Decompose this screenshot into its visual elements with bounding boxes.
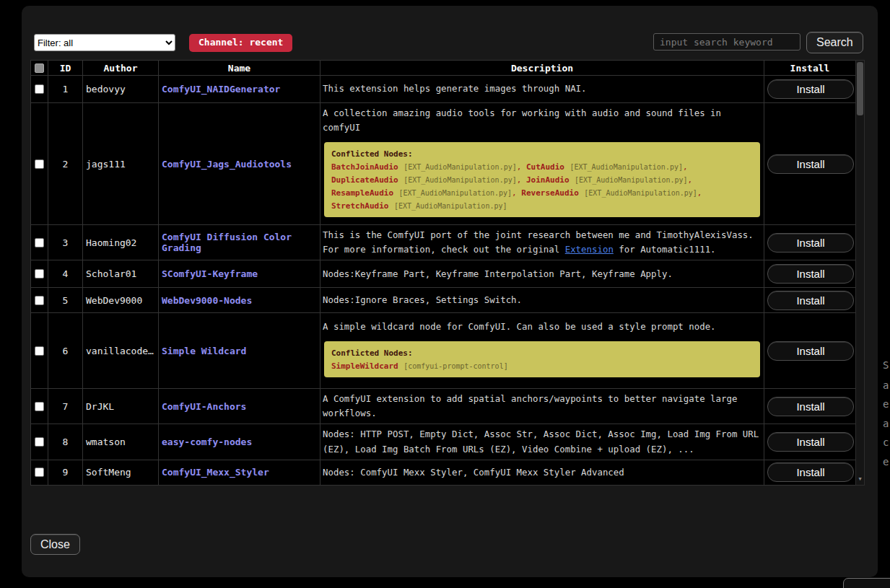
row-install-cell: Install (764, 389, 856, 424)
row-select-cell (31, 103, 48, 225)
conflict-node-source: [EXT_AudioManipulation.py] (570, 163, 683, 171)
node-name-link[interactable]: Simple Wildcard (162, 346, 246, 356)
node-name-link[interactable]: ComfyUI-Anchors (162, 401, 246, 412)
install-button[interactable]: Install (767, 79, 854, 99)
install-button[interactable]: Install (767, 154, 854, 174)
table-row: 4 Scholar01 SComfyUI-Keyframe Nodes:Keyf… (31, 260, 856, 288)
row-description: This extension helps generate images thr… (320, 76, 764, 103)
row-author: zcfrank1st (83, 485, 159, 486)
install-button[interactable]: Install (767, 432, 854, 452)
row-id: 4 (48, 260, 83, 288)
row-author: jags111 (83, 103, 159, 225)
description-text: A collection amazing audio tools for wor… (323, 106, 762, 135)
row-select-cell (31, 288, 48, 313)
table-scrollbar[interactable]: ▼ (855, 60, 865, 486)
conflict-node-source: [comfyui-prompt-control] (403, 362, 508, 370)
row-select-cell (31, 460, 48, 485)
page: S a e a c e Filter: all Channel: recent … (0, 0, 890, 588)
row-install-cell: Install (764, 485, 856, 486)
row-author: DrJKL (83, 389, 159, 424)
node-name-link[interactable]: ComfyUI_Jags_Audiotools (162, 159, 292, 170)
search-button[interactable]: Search (806, 32, 863, 53)
table-row: 2 jags111 ComfyUI_Jags_Audiotools A coll… (31, 103, 856, 225)
node-name-link[interactable]: SComfyUI-Keyframe (162, 268, 258, 279)
row-select-cell (31, 389, 48, 424)
install-button[interactable]: Install (767, 397, 854, 416)
row-select-cell (31, 313, 48, 389)
extension-link[interactable]: Extension (565, 244, 614, 255)
close-button[interactable]: Close (30, 534, 80, 555)
header-install: Install (764, 61, 856, 76)
row-select-checkbox[interactable] (35, 159, 44, 169)
row-id: 2 (48, 103, 83, 225)
conflict-item: StretchAudio [EXT_AudioManipulation.py] (331, 200, 507, 211)
row-id: 5 (48, 288, 83, 313)
scrollbar-thumb[interactable] (857, 62, 863, 115)
conflict-title: Conflicted Nodes: (331, 149, 413, 159)
install-button[interactable]: Install (767, 264, 854, 284)
node-name-link[interactable]: WebDev9000-Nodes (162, 295, 252, 306)
description-text: for Automatic1111. (614, 244, 716, 255)
row-description: A ComfyUI extension to add spatial ancho… (320, 389, 764, 424)
install-button[interactable]: Install (767, 233, 854, 253)
row-author: Haoming02 (83, 225, 159, 260)
select-all-checkbox[interactable] (35, 63, 44, 73)
conflict-node-name: SimpleWildcard (331, 361, 398, 371)
conflict-node-name: CutAudio (526, 162, 564, 172)
row-select-checkbox[interactable] (35, 84, 44, 94)
header-id: ID (48, 61, 83, 76)
row-select-checkbox[interactable] (35, 437, 44, 447)
filter-select[interactable]: Filter: all (34, 34, 175, 51)
row-install-cell: Install (764, 313, 856, 389)
table-row: 9 SoftMeng ComfyUI_Mexx_Styler Nodes: Co… (31, 460, 856, 485)
background-text-fragment: S (883, 359, 889, 371)
background-text-fragment: a (883, 379, 889, 391)
node-name-link[interactable]: easy-comfy-nodes (162, 436, 252, 447)
row-select-cell (31, 485, 48, 486)
table-row: 5 WebDev9000 WebDev9000-Nodes Nodes:Igno… (31, 288, 856, 313)
row-author: wmatson (83, 424, 159, 460)
row-install-cell: Install (764, 260, 856, 288)
row-select-cell (31, 260, 48, 288)
nodes-table-container: ID Author Name Description Install 1 bed… (30, 60, 865, 486)
install-button[interactable]: Install (767, 341, 854, 361)
nodes-table-scroll-area: ID Author Name Description Install 1 bed… (30, 60, 855, 486)
conflict-node-source: [EXT_AudioManipulation.py] (394, 202, 507, 210)
row-description: Nodes: ComfyUI Mexx Styler, ComfyUI Mexx… (320, 460, 764, 485)
row-install-cell: Install (764, 424, 856, 460)
header-description: Description (320, 61, 764, 76)
conflict-node-name: StretchAudio (331, 201, 388, 211)
install-button[interactable]: Install (767, 462, 854, 482)
row-install-cell: Install (764, 225, 856, 260)
row-description: Nodes:Ignore Braces, Settings Switch. (320, 288, 764, 313)
row-select-checkbox[interactable] (35, 346, 44, 356)
conflict-node-name: ResampleAudio (331, 188, 393, 198)
row-select-cell (31, 76, 48, 103)
conflict-item: DuplicateAudio [EXT_AudioManipulation.py… (331, 174, 526, 185)
row-install-cell: Install (764, 76, 856, 103)
table-row: 6 vanillacode314 Simple Wildcard A simpl… (31, 313, 856, 389)
row-id: 10 (48, 485, 83, 486)
node-name-link[interactable]: ComfyUI_NAIDGenerator (162, 84, 280, 95)
row-install-cell: Install (764, 288, 856, 313)
table-header-row: ID Author Name Description Install (31, 61, 856, 76)
row-select-checkbox[interactable] (35, 402, 44, 411)
row-select-checkbox[interactable] (35, 238, 44, 247)
install-button[interactable]: Install (767, 291, 854, 310)
node-name-link[interactable]: ComfyUI Diffusion Color Grading (162, 232, 292, 253)
channel-badge[interactable]: Channel: recent (189, 34, 292, 52)
description-text: A simple wildcard node for ComfyUI. Can … (323, 320, 762, 334)
row-id: 7 (48, 389, 83, 424)
scrollbar-down-arrow-icon[interactable]: ▼ (856, 475, 864, 484)
background-text-fragment: e (883, 398, 889, 410)
partial-background-button[interactable] (843, 578, 890, 588)
node-name-link[interactable]: ComfyUI_Mexx_Styler (162, 467, 269, 478)
row-select-checkbox[interactable] (35, 468, 44, 477)
row-description-cell: A collection amazing audio tools for wor… (320, 103, 764, 225)
row-select-checkbox[interactable] (35, 296, 44, 305)
conflict-title: Conflicted Nodes: (331, 348, 413, 358)
row-select-checkbox[interactable] (35, 269, 44, 278)
header-select-all-cell (31, 61, 48, 76)
search-input[interactable] (653, 33, 800, 51)
row-id: 3 (48, 225, 83, 260)
